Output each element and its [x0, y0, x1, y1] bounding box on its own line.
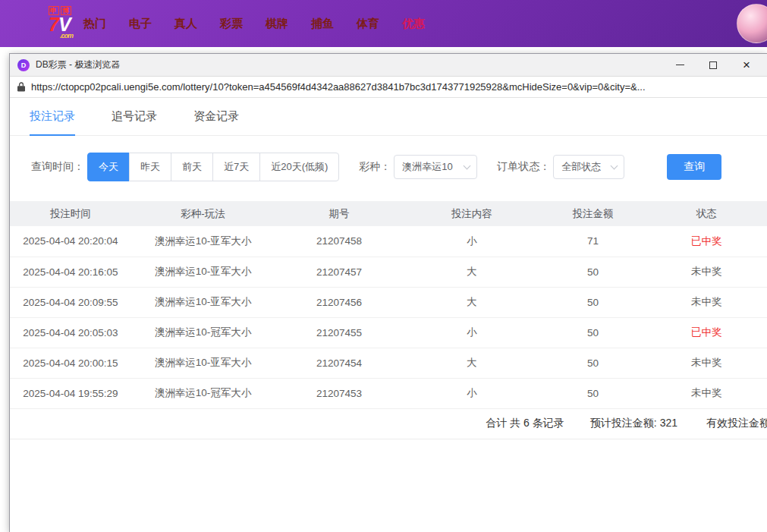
summary-total: 合计 共 6 条记录: [486, 417, 564, 430]
cell-issue-number: 21207455: [275, 317, 404, 348]
minimize-icon: [676, 65, 684, 65]
close-icon: ×: [743, 60, 750, 71]
status-badge: 未中奖: [691, 357, 722, 368]
cell-status: 未中奖: [646, 287, 767, 317]
header-status: 状态: [646, 201, 767, 226]
cell-status: 未中奖: [646, 348, 767, 378]
cell-bet-content: 大: [404, 348, 540, 378]
avatar[interactable]: [737, 4, 767, 43]
tab-bet-records[interactable]: 投注记录: [30, 98, 75, 136]
table-row: 2025-04-04 20:05:03 澳洲幸运10-冠军大小 21207455…: [10, 317, 767, 348]
cell-game-play: 澳洲幸运10-亚军大小: [131, 287, 275, 317]
nav-item-promotions[interactable]: 优惠: [402, 17, 425, 31]
cell-bet-time: 2025-04-04 20:05:03: [10, 317, 131, 348]
summary-estimated-amount: 预计投注金额:321: [590, 417, 681, 430]
cell-bet-time: 2025-04-04 20:20:04: [10, 226, 131, 257]
minimize-button[interactable]: [674, 60, 685, 71]
cell-game-play: 澳洲幸运10-亚军大小: [131, 348, 275, 378]
lottery-select[interactable]: 澳洲幸运10: [394, 155, 477, 179]
cell-bet-content: 大: [404, 287, 540, 317]
address-bar[interactable]: https://ctopcp02pcali.uengi5e.com/lotter…: [10, 77, 767, 98]
table-row: 2025-04-04 20:00:15 澳洲幸运10-亚军大小 21207454…: [10, 348, 767, 378]
header-issue-number: 期号: [275, 201, 404, 226]
cell-status: 已中奖: [646, 317, 767, 348]
header-bet-amount: 投注金额: [540, 201, 646, 226]
chevron-down-icon: [611, 162, 618, 169]
table-row: 2025-04-04 20:16:05 澳洲幸运10-亚军大小 21207457…: [10, 257, 767, 287]
time-filter-group: 今天 昨天 前天 近7天 近20天(低频): [87, 153, 339, 181]
cell-game-play: 澳洲幸运10-冠军大小: [131, 378, 275, 408]
cell-status: 已中奖: [646, 226, 767, 257]
summary-valid-amount: 有效投注金额: [706, 417, 767, 430]
cell-status: 未中奖: [646, 378, 767, 408]
nav-item-hot[interactable]: 热门: [83, 17, 106, 31]
lottery-select-value: 澳洲幸运10: [402, 160, 452, 174]
cell-bet-amount: 50: [540, 348, 646, 378]
nav-item-live[interactable]: 真人: [174, 17, 197, 31]
lottery-select-label: 彩种：: [359, 160, 391, 174]
table-summary: 合计 共 6 条记录 预计投注金额:321 有效投注金额: [10, 409, 767, 439]
lock-icon: [17, 82, 25, 92]
nav-item-fishing[interactable]: 捕鱼: [311, 17, 334, 31]
nav-item-lottery[interactable]: 彩票: [220, 17, 243, 31]
cell-bet-amount: 50: [540, 378, 646, 408]
order-status-label: 订单状态：: [497, 160, 550, 174]
maximize-icon: [709, 61, 717, 69]
url-text: https://ctopcp02pcali.uengi5e.com/lotter…: [31, 81, 646, 93]
status-badge: 已中奖: [691, 235, 722, 247]
nav-item-slots[interactable]: 电子: [129, 17, 152, 31]
cell-bet-content: 小: [404, 226, 540, 257]
tab-fund-records[interactable]: 资金记录: [193, 98, 239, 136]
order-status-value: 全部状态: [561, 160, 601, 174]
cell-game-play: 澳洲幸运10-亚军大小: [131, 257, 275, 287]
cell-bet-amount: 50: [540, 257, 646, 287]
cell-status: 未中奖: [646, 257, 767, 287]
window-title: DB彩票 - 极速浏览器: [36, 58, 120, 71]
browser-title-bar: D DB彩票 - 极速浏览器 ×: [10, 54, 767, 77]
filter-bar: 查询时间： 今天 昨天 前天 近7天 近20天(低频) 彩种： 澳洲幸运10 订…: [10, 136, 767, 195]
cell-issue-number: 21207453: [275, 378, 404, 408]
table-row: 2025-04-04 19:55:29 澳洲幸运10-冠军大小 21207453…: [10, 378, 767, 408]
table-header-row: 投注时间 彩种-玩法 期号 投注内容 投注金额 状态: [10, 201, 767, 226]
cell-bet-content: 小: [404, 317, 540, 348]
tab-chase-records[interactable]: 追号记录: [112, 98, 157, 136]
cell-game-play: 澳洲幸运10-亚军大小: [131, 226, 275, 257]
order-status-select[interactable]: 全部状态: [553, 155, 624, 179]
header-bet-time: 投注时间: [10, 201, 131, 226]
time-filter-day-before[interactable]: 前天: [171, 153, 213, 181]
chevron-down-icon: [464, 162, 471, 169]
cell-bet-time: 2025-04-04 20:00:15: [10, 348, 131, 378]
cell-bet-amount: 50: [540, 317, 646, 348]
nav-item-board-games[interactable]: 棋牌: [266, 17, 288, 31]
cell-bet-content: 大: [404, 257, 540, 287]
site-header: 申博 7V .com 热门 电子 真人 彩票 棋牌 捕鱼 体育 优惠: [0, 0, 767, 47]
cell-issue-number: 21207454: [275, 348, 404, 378]
time-filter-20days-low-freq[interactable]: 近20天(低频): [259, 153, 339, 181]
search-button[interactable]: 查询: [667, 154, 721, 180]
cell-issue-number: 21207456: [275, 287, 404, 317]
logo-main-text: 7V .com: [49, 15, 73, 39]
cell-issue-number: 21207458: [275, 226, 404, 257]
bet-table-body: 2025-04-04 20:20:04 澳洲幸运10-亚军大小 21207458…: [10, 226, 767, 408]
browser-window: D DB彩票 - 极速浏览器 × https://ctopcp02pcali.u…: [9, 53, 767, 532]
record-tabs: 投注记录 追号记录 资金记录: [10, 98, 767, 136]
cell-game-play: 澳洲幸运10-冠军大小: [131, 317, 275, 348]
bet-records-table: 投注时间 彩种-玩法 期号 投注内容 投注金额 状态 2025-04-04 20…: [10, 201, 767, 409]
cell-bet-amount: 71: [540, 226, 646, 257]
browser-app-icon: D: [17, 59, 30, 71]
close-button[interactable]: ×: [741, 60, 752, 71]
site-logo[interactable]: 申博 7V .com: [49, 8, 73, 39]
cell-bet-content: 小: [404, 378, 540, 408]
maximize-button[interactable]: [708, 60, 718, 71]
time-filter-today[interactable]: 今天: [87, 153, 130, 181]
cell-bet-time: 2025-04-04 19:55:29: [10, 378, 131, 408]
nav-item-sports[interactable]: 体育: [357, 17, 379, 31]
table-row: 2025-04-04 20:09:55 澳洲幸运10-亚军大小 21207456…: [10, 287, 767, 317]
time-filter-yesterday[interactable]: 昨天: [129, 153, 171, 181]
time-filter-7days[interactable]: 近7天: [212, 153, 260, 181]
window-controls: ×: [674, 60, 759, 71]
status-badge: 已中奖: [691, 326, 722, 338]
header-bet-content: 投注内容: [404, 201, 540, 226]
status-badge: 未中奖: [691, 266, 722, 277]
cell-bet-time: 2025-04-04 20:09:55: [10, 287, 131, 317]
